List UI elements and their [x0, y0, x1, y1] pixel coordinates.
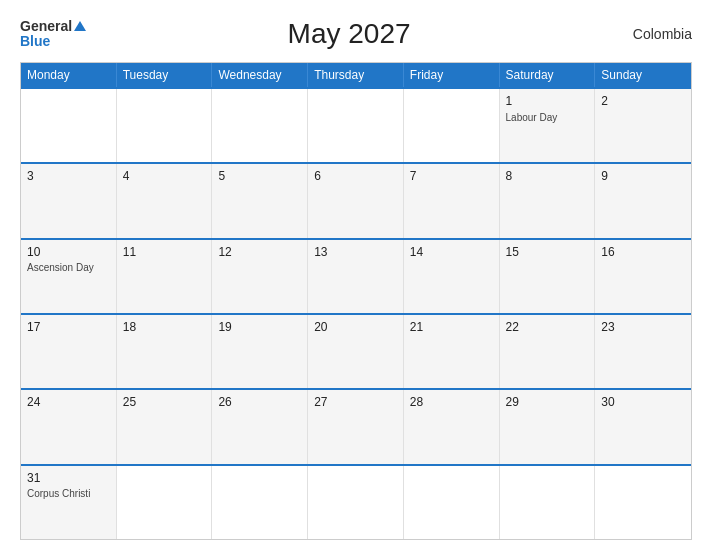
- calendar-cell: 8: [500, 164, 596, 237]
- cell-day-number: 27: [314, 394, 397, 411]
- cell-day-number: 25: [123, 394, 206, 411]
- cell-day-number: 17: [27, 319, 110, 336]
- cell-event-label: Corpus Christi: [27, 487, 110, 500]
- cell-day-number: 22: [506, 319, 589, 336]
- page-header: General Blue May 2027 Colombia: [20, 18, 692, 50]
- calendar-cell: 18: [117, 315, 213, 388]
- calendar-cell: 10Ascension Day: [21, 240, 117, 313]
- calendar-cell: 2: [595, 89, 691, 162]
- calendar-header-row: MondayTuesdayWednesdayThursdayFridaySatu…: [21, 63, 691, 87]
- cell-day-number: 10: [27, 244, 110, 261]
- cell-day-number: 8: [506, 168, 589, 185]
- weekday-header-tuesday: Tuesday: [117, 63, 213, 87]
- calendar-row-6: 31Corpus Christi: [21, 464, 691, 539]
- weekday-header-monday: Monday: [21, 63, 117, 87]
- calendar-cell: [117, 466, 213, 539]
- calendar-cell: 15: [500, 240, 596, 313]
- cell-day-number: 16: [601, 244, 685, 261]
- calendar-cell: [595, 466, 691, 539]
- calendar-cell: 29: [500, 390, 596, 463]
- calendar-cell: 9: [595, 164, 691, 237]
- calendar-row-4: 17181920212223: [21, 313, 691, 388]
- weekday-header-friday: Friday: [404, 63, 500, 87]
- cell-day-number: 21: [410, 319, 493, 336]
- calendar-cell: [308, 89, 404, 162]
- calendar-cell: 11: [117, 240, 213, 313]
- calendar-cell: 19: [212, 315, 308, 388]
- cell-event-label: Ascension Day: [27, 261, 110, 274]
- cell-day-number: 15: [506, 244, 589, 261]
- logo-general: General: [20, 19, 72, 34]
- calendar-cell: 28: [404, 390, 500, 463]
- cell-event-label: Labour Day: [506, 111, 589, 124]
- calendar-cell: 13: [308, 240, 404, 313]
- cell-day-number: 18: [123, 319, 206, 336]
- cell-day-number: 30: [601, 394, 685, 411]
- calendar-cell: 5: [212, 164, 308, 237]
- cell-day-number: 11: [123, 244, 206, 261]
- calendar-row-3: 10Ascension Day111213141516: [21, 238, 691, 313]
- cell-day-number: 28: [410, 394, 493, 411]
- calendar-cell: 20: [308, 315, 404, 388]
- month-title: May 2027: [86, 18, 612, 50]
- weekday-header-thursday: Thursday: [308, 63, 404, 87]
- calendar-cell: 26: [212, 390, 308, 463]
- cell-day-number: 12: [218, 244, 301, 261]
- cell-day-number: 3: [27, 168, 110, 185]
- calendar-row-2: 3456789: [21, 162, 691, 237]
- cell-day-number: 31: [27, 470, 110, 487]
- calendar-cell: 6: [308, 164, 404, 237]
- calendar-cell: 14: [404, 240, 500, 313]
- cell-day-number: 1: [506, 93, 589, 110]
- weekday-header-wednesday: Wednesday: [212, 63, 308, 87]
- calendar-cell: 4: [117, 164, 213, 237]
- calendar-cell: 22: [500, 315, 596, 388]
- calendar-cell: 24: [21, 390, 117, 463]
- calendar-body: 1Labour Day2345678910Ascension Day111213…: [21, 87, 691, 539]
- logo: General Blue: [20, 19, 86, 50]
- cell-day-number: 5: [218, 168, 301, 185]
- cell-day-number: 19: [218, 319, 301, 336]
- calendar-cell: 7: [404, 164, 500, 237]
- cell-day-number: 4: [123, 168, 206, 185]
- calendar-cell: [117, 89, 213, 162]
- cell-day-number: 13: [314, 244, 397, 261]
- cell-day-number: 29: [506, 394, 589, 411]
- calendar-page: General Blue May 2027 Colombia MondayTue…: [0, 0, 712, 550]
- calendar-cell: 12: [212, 240, 308, 313]
- logo-triangle-icon: [74, 21, 86, 31]
- calendar-cell: 23: [595, 315, 691, 388]
- calendar-cell: 25: [117, 390, 213, 463]
- cell-day-number: 9: [601, 168, 685, 185]
- calendar-cell: 27: [308, 390, 404, 463]
- weekday-header-sunday: Sunday: [595, 63, 691, 87]
- cell-day-number: 20: [314, 319, 397, 336]
- calendar-grid: MondayTuesdayWednesdayThursdayFridaySatu…: [20, 62, 692, 540]
- cell-day-number: 6: [314, 168, 397, 185]
- calendar-cell: [404, 89, 500, 162]
- cell-day-number: 24: [27, 394, 110, 411]
- calendar-cell: 30: [595, 390, 691, 463]
- logo-blue: Blue: [20, 34, 86, 49]
- calendar-cell: [500, 466, 596, 539]
- calendar-cell: [404, 466, 500, 539]
- calendar-cell: 17: [21, 315, 117, 388]
- calendar-cell: 3: [21, 164, 117, 237]
- country-label: Colombia: [612, 26, 692, 42]
- cell-day-number: 2: [601, 93, 685, 110]
- weekday-header-saturday: Saturday: [500, 63, 596, 87]
- calendar-row-5: 24252627282930: [21, 388, 691, 463]
- calendar-cell: [212, 466, 308, 539]
- cell-day-number: 7: [410, 168, 493, 185]
- calendar-cell: [21, 89, 117, 162]
- calendar-cell: [212, 89, 308, 162]
- calendar-cell: [308, 466, 404, 539]
- calendar-cell: 31Corpus Christi: [21, 466, 117, 539]
- cell-day-number: 23: [601, 319, 685, 336]
- calendar-cell: 21: [404, 315, 500, 388]
- cell-day-number: 14: [410, 244, 493, 261]
- cell-day-number: 26: [218, 394, 301, 411]
- calendar-row-1: 1Labour Day2: [21, 87, 691, 162]
- calendar-cell: 1Labour Day: [500, 89, 596, 162]
- calendar-cell: 16: [595, 240, 691, 313]
